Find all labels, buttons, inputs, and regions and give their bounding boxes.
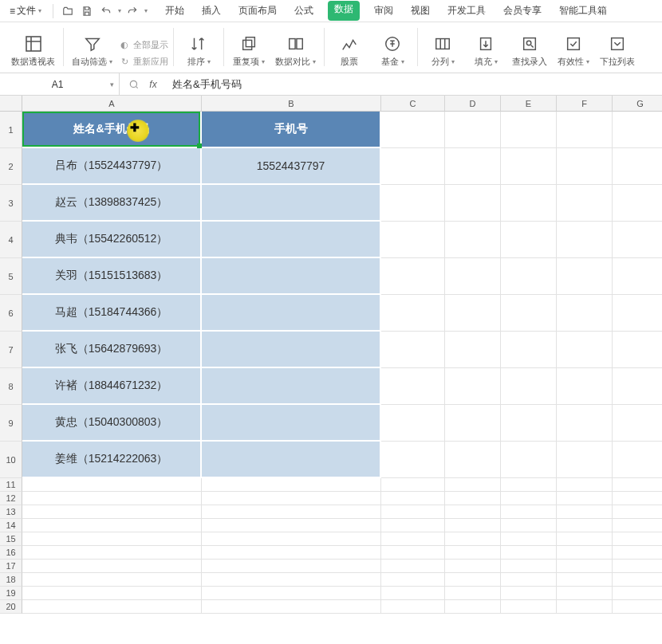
column-header[interactable]: E (501, 96, 557, 112)
cell[interactable] (22, 492, 202, 505)
cell[interactable] (501, 405, 557, 442)
cell[interactable] (557, 442, 613, 478)
cell[interactable] (557, 573, 613, 587)
cell[interactable] (613, 600, 662, 614)
column-header[interactable]: G (613, 96, 662, 112)
cell[interactable] (613, 258, 662, 295)
cell[interactable] (381, 185, 445, 222)
cell[interactable] (501, 519, 557, 532)
cell[interactable] (501, 478, 557, 492)
cell[interactable] (557, 587, 613, 600)
cell[interactable]: 关羽（15151513683） (22, 258, 202, 295)
tab-vip[interactable]: 会员专享 (500, 1, 545, 21)
cancel-icon[interactable] (128, 78, 140, 91)
cell[interactable] (381, 560, 445, 573)
cell[interactable] (445, 258, 501, 295)
cell[interactable] (501, 600, 557, 614)
cell[interactable] (613, 112, 662, 148)
cell[interactable] (557, 332, 613, 368)
row-header[interactable]: 11 (0, 478, 22, 492)
cell[interactable] (557, 368, 613, 405)
cell[interactable]: 姜维（15214222063） (22, 442, 202, 478)
row-header[interactable]: 18 (0, 573, 22, 587)
cell[interactable] (445, 442, 501, 478)
cell[interactable] (613, 222, 662, 258)
column-header[interactable]: A (22, 96, 202, 112)
cell[interactable] (381, 532, 445, 546)
cell[interactable] (202, 332, 381, 368)
cell[interactable] (381, 587, 445, 600)
row-header[interactable]: 12 (0, 492, 22, 505)
cell[interactable] (613, 573, 662, 587)
cell[interactable]: 黄忠（15040300803） (22, 405, 202, 442)
cell[interactable] (202, 532, 381, 546)
row-header[interactable]: 8 (0, 368, 22, 405)
cell[interactable] (613, 505, 662, 519)
cell[interactable] (202, 573, 381, 587)
cell[interactable] (501, 532, 557, 546)
cell[interactable] (22, 532, 202, 546)
row-header[interactable]: 17 (0, 560, 22, 573)
stock-button[interactable]: 股票 (329, 33, 369, 68)
cell[interactable] (202, 560, 381, 573)
column-header[interactable]: C (381, 96, 445, 112)
reapply-button[interactable]: ↻重新应用 (119, 56, 168, 68)
cell[interactable] (445, 332, 501, 368)
cell[interactable] (202, 492, 381, 505)
cell[interactable] (445, 532, 501, 546)
select-all-corner[interactable] (0, 96, 22, 112)
compare-button[interactable]: 数据对比▾ (272, 33, 319, 68)
cell[interactable]: 姓名&手机号码 (22, 112, 202, 148)
cell[interactable] (22, 546, 202, 560)
cell[interactable] (557, 295, 613, 332)
cell[interactable] (445, 505, 501, 519)
cell[interactable] (613, 560, 662, 573)
cell[interactable] (557, 185, 613, 222)
cell[interactable] (557, 546, 613, 560)
spreadsheet-grid[interactable]: ABCDEFG 1234567891011121314151617181920 … (0, 96, 662, 644)
cell[interactable] (381, 148, 445, 185)
cell[interactable]: 典韦（15542260512） (22, 222, 202, 258)
row-header[interactable]: 7 (0, 332, 22, 368)
cell[interactable] (501, 148, 557, 185)
tab-review[interactable]: 审阅 (371, 1, 396, 21)
cell[interactable] (501, 185, 557, 222)
cell[interactable] (381, 112, 445, 148)
cell[interactable] (202, 185, 381, 222)
cell[interactable] (381, 405, 445, 442)
cell[interactable] (202, 222, 381, 258)
row-header[interactable]: 20 (0, 600, 22, 614)
cell[interactable] (202, 478, 381, 492)
cell[interactable] (613, 295, 662, 332)
cell[interactable] (501, 222, 557, 258)
cell[interactable] (381, 505, 445, 519)
row-header[interactable]: 3 (0, 185, 22, 222)
cell[interactable]: 手机号 (202, 112, 381, 148)
cell[interactable] (557, 532, 613, 546)
cell[interactable] (22, 478, 202, 492)
cell[interactable] (445, 546, 501, 560)
column-header[interactable]: F (557, 96, 613, 112)
cell[interactable] (557, 505, 613, 519)
tab-pagelayout[interactable]: 页面布局 (235, 1, 280, 21)
row-header[interactable]: 14 (0, 519, 22, 532)
cell[interactable] (445, 573, 501, 587)
save-icon[interactable] (79, 3, 95, 19)
cell[interactable] (501, 546, 557, 560)
cell[interactable] (501, 112, 557, 148)
fill-button[interactable]: 填充▾ (466, 33, 506, 68)
cell[interactable] (613, 519, 662, 532)
tab-smarttools[interactable]: 智能工具箱 (556, 1, 610, 21)
cell[interactable] (557, 112, 613, 148)
cell[interactable] (381, 546, 445, 560)
cell[interactable] (381, 600, 445, 614)
cell[interactable] (22, 505, 202, 519)
cell[interactable] (613, 587, 662, 600)
cell[interactable] (557, 478, 613, 492)
cell[interactable] (22, 600, 202, 614)
row-header[interactable]: 16 (0, 546, 22, 560)
cell[interactable] (22, 560, 202, 573)
cell[interactable] (501, 560, 557, 573)
tab-insert[interactable]: 插入 (199, 1, 224, 21)
cell[interactable] (202, 368, 381, 405)
